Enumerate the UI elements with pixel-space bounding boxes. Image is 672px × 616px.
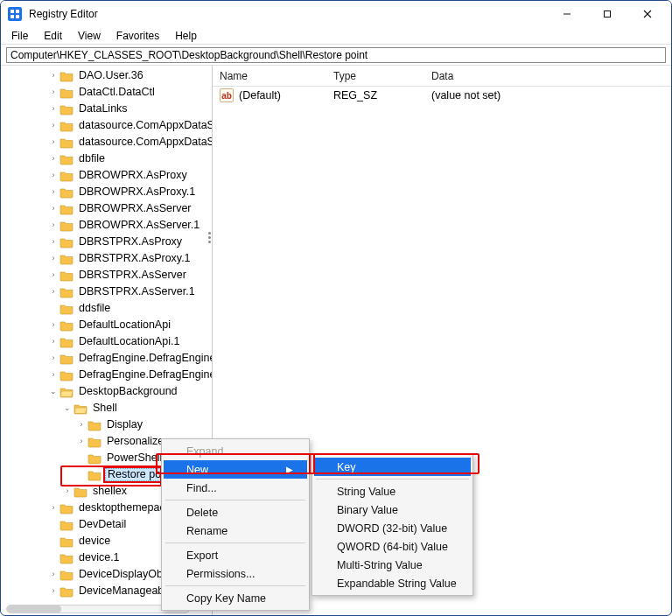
menu-help[interactable]: Help	[168, 28, 204, 44]
tree-item[interactable]: ›DBROWPRX.AsProxy.1	[1, 184, 212, 200]
chevron-right-icon[interactable]: ›	[48, 503, 59, 514]
chevron-right-icon[interactable]: ›	[48, 370, 59, 381]
chevron-right-icon[interactable]: ›	[48, 171, 59, 181]
tree-item-label: DefragEngine.DefragEngine.1	[77, 368, 212, 382]
menu-item-multi-string-value[interactable]: Multi-String Value	[314, 556, 471, 574]
close-button[interactable]	[627, 1, 668, 27]
tree-item[interactable]: ⌄DesktopBackground	[1, 383, 212, 400]
minimize-button[interactable]	[547, 1, 587, 27]
chevron-right-icon[interactable]: ›	[48, 187, 59, 198]
folder-icon	[60, 552, 74, 564]
chevron-down-icon[interactable]: ⌄	[62, 403, 73, 414]
menu-item-copy-key-name[interactable]: Copy Key Name	[164, 589, 307, 607]
tree-item[interactable]: ›DefragEngine.DefragEngine	[1, 350, 212, 367]
chevron-right-icon[interactable]: ›	[48, 137, 59, 148]
chevron-right-icon[interactable]: ›	[48, 220, 59, 231]
chevron-right-icon[interactable]: ›	[48, 270, 59, 281]
menu-item-label: Expandable String Value	[337, 578, 457, 590]
folder-icon	[60, 203, 74, 215]
folder-icon	[88, 452, 102, 465]
chevron-right-icon[interactable]: ›	[48, 254, 59, 264]
folder-icon	[60, 170, 74, 182]
menu-file[interactable]: File	[4, 28, 35, 44]
chevron-right-icon[interactable]: ›	[48, 337, 59, 347]
folder-icon	[60, 103, 74, 116]
chevron-right-icon[interactable]: ›	[48, 287, 59, 298]
scrollbar-thumb[interactable]	[7, 606, 61, 612]
chevron-right-icon[interactable]: ›	[48, 88, 59, 98]
tree-item[interactable]: ›DataLinks	[1, 101, 212, 117]
menu-item-expand: Expand	[164, 442, 307, 460]
menu-item-new[interactable]: New▶	[164, 460, 307, 479]
listview-row[interactable]: (Default)REG_SZ(value not set)	[213, 87, 671, 104]
expander-placeholder	[48, 553, 59, 564]
tree-item[interactable]: ›DefaultLocationApi	[1, 317, 212, 333]
chevron-down-icon[interactable]: ⌄	[48, 387, 59, 397]
chevron-right-icon[interactable]: ›	[48, 71, 59, 81]
chevron-right-icon[interactable]: ›	[76, 420, 87, 430]
maximize-button[interactable]	[587, 1, 627, 27]
tree-item[interactable]: ›DAO.User.36	[1, 67, 212, 84]
tree-item[interactable]: ›DefaultLocationApi.1	[1, 333, 212, 350]
menu-favorites[interactable]: Favorites	[109, 28, 166, 44]
address-input[interactable]	[6, 47, 666, 63]
folder-icon	[60, 236, 74, 248]
menu-item-delete[interactable]: Delete	[164, 503, 307, 522]
chevron-right-icon[interactable]: ›	[48, 104, 59, 115]
menu-item-string-value[interactable]: String Value	[314, 482, 471, 500]
menu-item-expandable-string-value[interactable]: Expandable String Value	[314, 574, 471, 592]
folder-icon	[88, 419, 102, 431]
menu-item-qword-64-bit-value[interactable]: QWORD (64-bit) Value	[314, 537, 471, 556]
tree-item[interactable]: ›DefragEngine.DefragEngine.1	[1, 367, 212, 383]
tree-item[interactable]: ›DBROWPRX.AsProxy	[1, 167, 212, 184]
tree-item[interactable]: ›dbfile	[1, 150, 212, 167]
chevron-right-icon[interactable]: ›	[48, 154, 59, 164]
tree-item[interactable]: ›datasource.ComAppxDataSou	[1, 117, 212, 134]
chevron-right-icon[interactable]: ›	[48, 586, 59, 597]
tree-item[interactable]: ⌄Shell	[1, 400, 212, 416]
svg-rect-1	[16, 10, 19, 13]
chevron-right-icon[interactable]: ›	[48, 570, 59, 580]
tree-item[interactable]: ›DBRSTPRX.AsServer.1	[1, 284, 212, 300]
column-data[interactable]: Data	[424, 70, 671, 82]
chevron-right-icon[interactable]: ›	[76, 437, 87, 447]
menu-item-rename[interactable]: Rename	[164, 522, 307, 540]
tree-item[interactable]: ›DBROWPRX.AsServer	[1, 200, 212, 217]
chevron-right-icon[interactable]: ›	[48, 237, 59, 248]
tree-item[interactable]: ›DBRSTPRX.AsProxy.1	[1, 250, 212, 267]
window-title: Registry Editor	[29, 8, 98, 20]
menu-item-key[interactable]: Key	[314, 458, 471, 476]
folder-icon	[60, 270, 74, 282]
chevron-right-icon[interactable]: ›	[48, 320, 59, 331]
app-icon	[8, 7, 22, 21]
menu-item-export[interactable]: Export	[164, 546, 307, 564]
column-name[interactable]: Name	[213, 70, 326, 82]
chevron-right-icon[interactable]: ›	[62, 486, 73, 497]
tree-item[interactable]: ›DBRSTPRX.AsServer	[1, 267, 212, 284]
menu-item-dword-32-bit-value[interactable]: DWORD (32-bit) Value	[314, 519, 471, 537]
folder-icon	[60, 136, 74, 149]
chevron-right-icon[interactable]: ›	[48, 204, 59, 214]
tree-item[interactable]: ›DataCtl.DataCtl	[1, 84, 212, 101]
menu-item-label: Export	[186, 550, 218, 562]
tree-item[interactable]: ›datasource.ComAppxDataSou	[1, 134, 212, 150]
column-type[interactable]: Type	[326, 70, 424, 82]
tree-item[interactable]: ›DBROWPRX.AsServer.1	[1, 217, 212, 234]
menu-item-binary-value[interactable]: Binary Value	[314, 500, 471, 519]
folder-icon	[74, 486, 88, 498]
menu-item-label: Key	[337, 461, 356, 473]
tree-item[interactable]: ›DBRSTPRX.AsProxy	[1, 234, 212, 250]
tree-item[interactable]: ›Display	[1, 416, 212, 433]
chevron-right-icon[interactable]: ›	[48, 121, 59, 131]
menu-item-permissions[interactable]: Permissions...	[164, 564, 307, 583]
chevron-right-icon[interactable]: ›	[48, 603, 59, 604]
tree-item-label: DBROWPRX.AsServer	[77, 202, 193, 215]
menu-edit[interactable]: Edit	[37, 28, 69, 44]
expander-placeholder	[48, 304, 59, 314]
menu-item-find[interactable]: Find...	[164, 479, 307, 497]
chevron-right-icon[interactable]: ›	[48, 354, 59, 364]
value-name: (Default)	[239, 89, 281, 102]
menu-view[interactable]: View	[71, 28, 108, 44]
tree-item[interactable]: ddsfile	[1, 300, 212, 317]
svg-rect-0	[10, 10, 14, 13]
